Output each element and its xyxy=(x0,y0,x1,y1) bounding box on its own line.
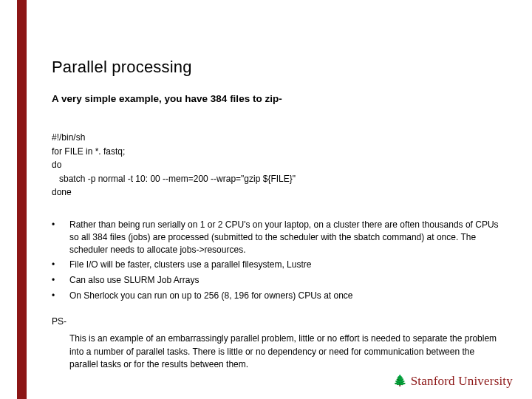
ps-label: PS- xyxy=(52,316,502,328)
code-line: done xyxy=(52,185,502,200)
left-red-bar xyxy=(17,0,27,399)
bullet-text: File I/O will be faster, clusters use a … xyxy=(69,259,502,271)
bullet-dot: • xyxy=(52,219,69,256)
code-line: #!/bin/sh xyxy=(52,131,502,145)
bullet-text: Can also use SLURM Job Arrays xyxy=(69,274,502,287)
tree-icon: 🌲 xyxy=(393,374,407,387)
slide-title: Parallel processing xyxy=(52,58,502,77)
logo-text: Stanford University xyxy=(411,374,513,388)
code-line: for FILE in *. fastq; xyxy=(52,145,502,159)
slide-subtitle: A very simple example, you have 384 file… xyxy=(52,93,502,104)
list-item: • On Sherlock you can run on up to 256 (… xyxy=(52,290,502,302)
ps-body: This is an example of an embarrassingly … xyxy=(52,332,502,371)
code-block: #!/bin/sh for FILE in *. fastq; do sbatc… xyxy=(52,131,502,200)
bullet-dot: • xyxy=(52,259,69,271)
list-item: • File I/O will be faster, clusters use … xyxy=(52,259,502,271)
list-item: • Can also use SLURM Job Arrays xyxy=(52,274,502,287)
bullet-text: On Sherlock you can run on up to 256 (8,… xyxy=(69,290,502,302)
list-item: • Rather than being run serially on 1 or… xyxy=(52,219,502,256)
bullet-list: • Rather than being run serially on 1 or… xyxy=(52,219,502,302)
ps-block: PS- This is an example of an embarrassin… xyxy=(52,316,502,372)
code-line: sbatch -p normal -t 10: 00 --mem=200 --w… xyxy=(52,172,502,186)
bullet-dot: • xyxy=(52,274,69,287)
bullet-dot: • xyxy=(52,290,69,302)
bullet-text: Rather than being run serially on 1 or 2… xyxy=(69,219,502,256)
slide-content: Parallel processing A very simple exampl… xyxy=(52,58,502,371)
code-line: do xyxy=(52,158,502,172)
stanford-logo: 🌲Stanford University xyxy=(393,374,513,389)
